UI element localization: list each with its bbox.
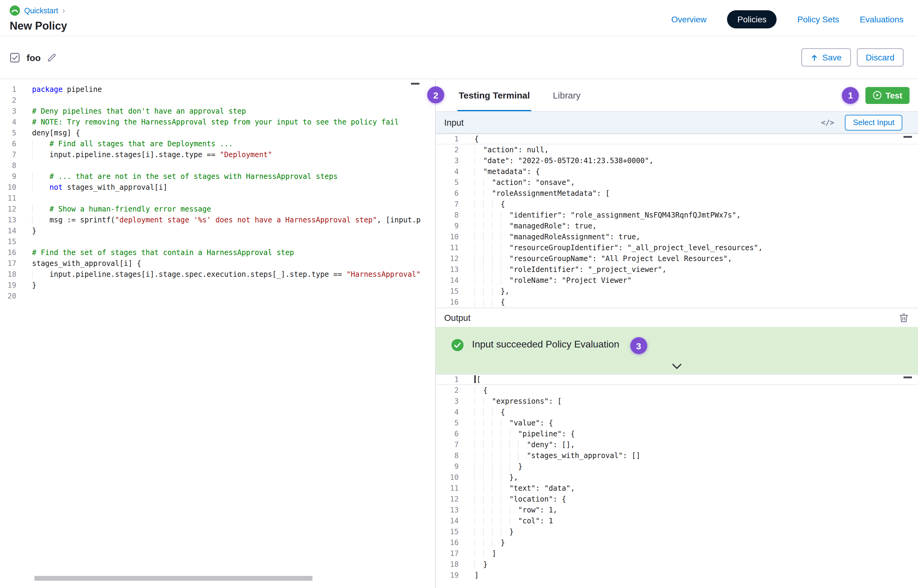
- code-line[interactable]: 9 "managedRole": true,: [436, 221, 918, 231]
- code-line[interactable]: 2 {: [436, 385, 918, 396]
- policy-code-editor[interactable]: 1package pipeline23# Deny pipelines that…: [0, 79, 435, 588]
- line-content: }: [24, 280, 435, 291]
- input-editor[interactable]: 1{2 "action": null,3 "date": "2022-05-05…: [436, 134, 918, 308]
- code-line[interactable]: 15 },: [436, 286, 918, 297]
- tour-badge-2[interactable]: 2: [427, 86, 444, 103]
- code-line[interactable]: 12 # Show a human-friendly error message: [0, 204, 435, 215]
- code-line[interactable]: 10 },: [436, 472, 918, 483]
- line-content: {: [462, 407, 918, 418]
- line-content: "row": 1,: [462, 505, 918, 515]
- code-line[interactable]: 8: [0, 160, 435, 171]
- code-line[interactable]: 9 }: [436, 461, 918, 472]
- line-number: 14: [436, 515, 462, 527]
- code-line[interactable]: 16 }: [436, 537, 918, 548]
- code-line[interactable]: 10 "managedRoleAssignment": true,: [436, 231, 918, 242]
- tab-library[interactable]: Library: [552, 79, 582, 111]
- code-line[interactable]: 11: [0, 193, 435, 204]
- code-line[interactable]: 6 "roleAssignmentMetadata": [: [436, 188, 918, 199]
- line-content: deny[msg] {: [24, 128, 435, 138]
- code-line[interactable]: 20: [0, 291, 435, 302]
- code-line[interactable]: 5deny[msg] {: [0, 128, 435, 138]
- line-number: 7: [436, 439, 462, 450]
- code-line[interactable]: 13 msg := sprintf("deployment stage '%s'…: [0, 215, 435, 225]
- trash-icon: [899, 313, 908, 322]
- clear-output-button[interactable]: [898, 312, 910, 324]
- tour-badge-1[interactable]: 1: [842, 87, 859, 103]
- nav-policies[interactable]: Policies: [727, 10, 777, 28]
- line-number: 3: [436, 155, 462, 166]
- code-line[interactable]: 11 "resourceGroupIdentifier": "_all_proj…: [436, 242, 918, 253]
- new-policy-page: Quickstart › New Policy Overview Policie…: [0, 0, 918, 588]
- collapse-chevron-icon[interactable]: [672, 364, 682, 369]
- line-number: 4: [0, 116, 24, 128]
- line-content: [: [462, 374, 918, 385]
- code-brackets-icon[interactable]: </>: [821, 118, 834, 127]
- horizontal-scrollbar[interactable]: [34, 576, 312, 581]
- line-content: input.pipeline.stages[i].stage.spec.exec…: [24, 269, 435, 280]
- code-line[interactable]: 13 "row": 1,: [436, 505, 918, 515]
- code-line[interactable]: 10 not stages_with_approval[i]: [0, 182, 435, 193]
- nav-policy-sets[interactable]: Policy Sets: [797, 15, 839, 24]
- code-line[interactable]: 13 "roleIdentifier": "_project_viewer",: [436, 264, 918, 275]
- tab-testing-terminal[interactable]: Testing Terminal: [457, 79, 531, 111]
- code-line[interactable]: 18 }: [436, 559, 918, 570]
- code-line[interactable]: 6 # Find all stages that are Deployments…: [0, 138, 435, 149]
- line-number: 11: [0, 193, 24, 204]
- code-line[interactable]: 12 "resourceGroupName": "All Project Lev…: [436, 253, 918, 264]
- line-number: 8: [0, 160, 24, 171]
- output-editor[interactable]: 1[2 {3 "expressions": [4 {5 "value": {6 …: [436, 374, 918, 588]
- code-line[interactable]: 4 "metadata": {: [436, 166, 918, 177]
- code-line[interactable]: 16 {: [436, 297, 918, 308]
- code-line[interactable]: 2 "action": null,: [436, 144, 918, 155]
- code-line[interactable]: 4 {: [436, 407, 918, 418]
- code-line[interactable]: 15 }: [436, 527, 918, 537]
- line-number: 8: [436, 450, 462, 461]
- line-content: [24, 160, 435, 171]
- line-number: 15: [436, 527, 462, 537]
- code-line[interactable]: 3 "date": "2022-05-05T20:41:23.538+0000"…: [436, 155, 918, 166]
- code-line[interactable]: 18 input.pipeline.stages[i].stage.spec.e…: [0, 269, 435, 280]
- code-line[interactable]: 4# NOTE: Try removing the HarnessApprova…: [0, 116, 435, 128]
- code-line[interactable]: 8 "stages_with_approval": []: [436, 450, 918, 461]
- code-line[interactable]: 1package pipeline: [0, 84, 435, 95]
- edit-name-pencil-icon[interactable]: [47, 53, 57, 62]
- line-number: 2: [0, 95, 24, 106]
- code-line[interactable]: 11 "text": "data",: [436, 483, 918, 494]
- test-button[interactable]: Test: [866, 87, 910, 103]
- output-section-header: Output: [436, 308, 918, 327]
- code-line[interactable]: 16# Find the set of stages that contain …: [0, 247, 435, 258]
- code-line[interactable]: 14 "col": 1: [436, 515, 918, 527]
- code-line[interactable]: 14}: [0, 225, 435, 236]
- code-line[interactable]: 5 "value": {: [436, 418, 918, 428]
- discard-button[interactable]: Discard: [857, 48, 903, 66]
- line-number: 11: [436, 242, 462, 253]
- code-line[interactable]: 5 "action": "onsave",: [436, 177, 918, 188]
- line-content: "resourceGroupIdentifier": "_all_project…: [462, 242, 918, 253]
- code-line[interactable]: 12 "location": {: [436, 494, 918, 505]
- code-line[interactable]: 17 ]: [436, 548, 918, 559]
- code-line[interactable]: 15: [0, 236, 435, 247]
- code-line[interactable]: 17stages_with_approval[i] {: [0, 258, 435, 269]
- code-line[interactable]: 1[: [436, 374, 918, 385]
- code-line[interactable]: 7 input.pipeline.stages[i].stage.type ==…: [0, 149, 435, 160]
- nav-overview[interactable]: Overview: [671, 15, 707, 24]
- code-line[interactable]: 3 "expressions": [: [436, 396, 918, 407]
- tour-badge-3[interactable]: 3: [630, 337, 647, 354]
- nav-evaluations[interactable]: Evaluations: [860, 15, 903, 24]
- select-input-button[interactable]: Select Input: [845, 115, 902, 130]
- code-line[interactable]: 19]: [436, 570, 918, 581]
- code-line[interactable]: 7 {: [436, 199, 918, 210]
- line-number: 10: [436, 472, 462, 483]
- code-line[interactable]: 1{: [436, 134, 918, 144]
- save-button[interactable]: Save: [801, 48, 851, 66]
- code-line[interactable]: 6 "pipeline": {: [436, 428, 918, 439]
- code-line[interactable]: 14 "roleName": "Project Viewer": [436, 275, 918, 286]
- code-line[interactable]: 2: [0, 95, 435, 106]
- code-line[interactable]: 8 "identifier": "role_assignment_NsFQM43…: [436, 210, 918, 221]
- output-section-title: Output: [444, 313, 470, 322]
- code-line[interactable]: 3# Deny pipelines that don't have an app…: [0, 106, 435, 116]
- code-line[interactable]: 19}: [0, 280, 435, 291]
- breadcrumb-link-quickstart[interactable]: Quickstart: [24, 6, 58, 15]
- code-line[interactable]: 9 # ... that are not in the set of stage…: [0, 171, 435, 182]
- code-line[interactable]: 7 "deny": [],: [436, 439, 918, 450]
